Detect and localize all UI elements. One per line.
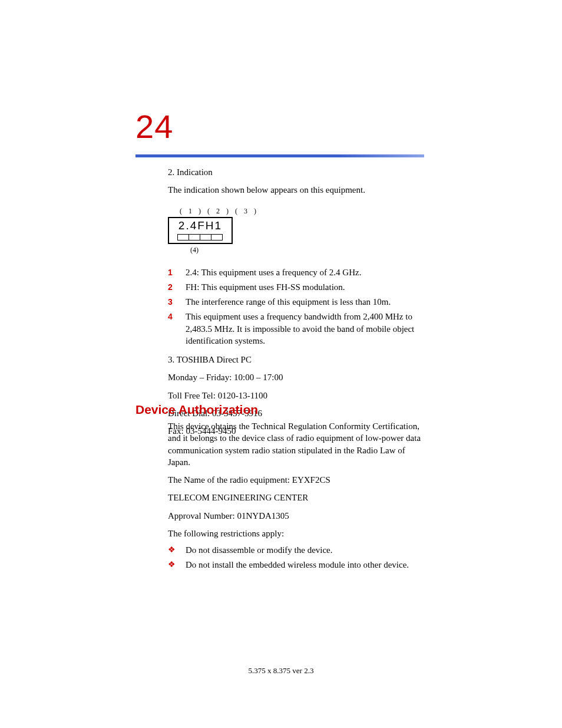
restrictions-bullet-list: ❖ Do not disassemble or modify the devic… — [168, 545, 424, 570]
list-text: The interference range of this equipment… — [186, 296, 424, 308]
list-number: 3 — [168, 296, 186, 308]
page-footer: 5.375 x 8.375 ver 2.3 — [0, 666, 562, 676]
list-item: ❖ Do not install the embedded wireless m… — [168, 560, 424, 570]
callout-1: (1) — [180, 207, 207, 215]
auth-approval-number: Approval Number: 01NYDA1305 — [168, 510, 424, 522]
label-bar-indicator — [169, 234, 232, 241]
list-number: 1 — [168, 266, 186, 278]
auth-restrictions-intro: The following restrictions apply: — [168, 528, 424, 539]
equipment-label-diagram: (1)(2)(3) 2.4FH1 (4) — [168, 207, 424, 255]
label-box: 2.4FH1 — [168, 217, 233, 244]
list-text: Do not install the embedded wireless mod… — [186, 560, 424, 570]
list-item: 1 2.4: This equipment uses a frequency o… — [168, 266, 424, 278]
list-text: 2.4: This equipment uses a frequency of … — [186, 266, 424, 278]
callout-3: (3) — [235, 207, 263, 215]
auth-center: TELECOM ENGINEERING CENTER — [168, 492, 424, 503]
auth-radio-name: The Name of the radio equipment: EYXF2CS — [168, 474, 424, 486]
callout-2: (2) — [207, 207, 235, 215]
indication-numbered-list: 1 2.4: This equipment uses a frequency o… — [168, 266, 424, 347]
list-item: 3 The interference range of this equipme… — [168, 296, 424, 308]
callout-4: (4) — [190, 246, 424, 255]
contact-hours: Monday – Friday: 10:00 – 17:00 — [168, 371, 424, 383]
list-number: 2 — [168, 281, 186, 293]
device-authorization-heading: Device Authorization — [135, 403, 258, 417]
section-divider — [135, 154, 424, 157]
page-number: 24 — [135, 107, 173, 146]
label-model-text: 2.4FH1 — [169, 219, 232, 232]
indication-intro: The indication shown below appears on th… — [168, 184, 424, 196]
list-text: FH: This equipment uses FH-SS modulation… — [186, 281, 424, 293]
auth-paragraph-1: This device obtains the Technical Regula… — [168, 420, 424, 468]
list-item: 4 This equipment uses a frequency bandwi… — [168, 311, 424, 347]
diamond-bullet-icon: ❖ — [168, 560, 186, 570]
contact-heading: 3. TOSHIBA Direct PC — [168, 354, 424, 365]
list-item: 2 FH: This equipment uses FH-SS modulati… — [168, 281, 424, 293]
list-number: 4 — [168, 311, 186, 322]
list-text: This equipment uses a frequency bandwidt… — [186, 311, 424, 347]
indication-heading: 2. Indication — [168, 166, 424, 178]
contact-toll-free: Toll Free Tel: 0120-13-1100 — [168, 390, 424, 401]
list-item: ❖ Do not disassemble or modify the devic… — [168, 545, 424, 555]
list-text: Do not disassemble or modify the device. — [186, 545, 424, 555]
diamond-bullet-icon: ❖ — [168, 545, 186, 555]
